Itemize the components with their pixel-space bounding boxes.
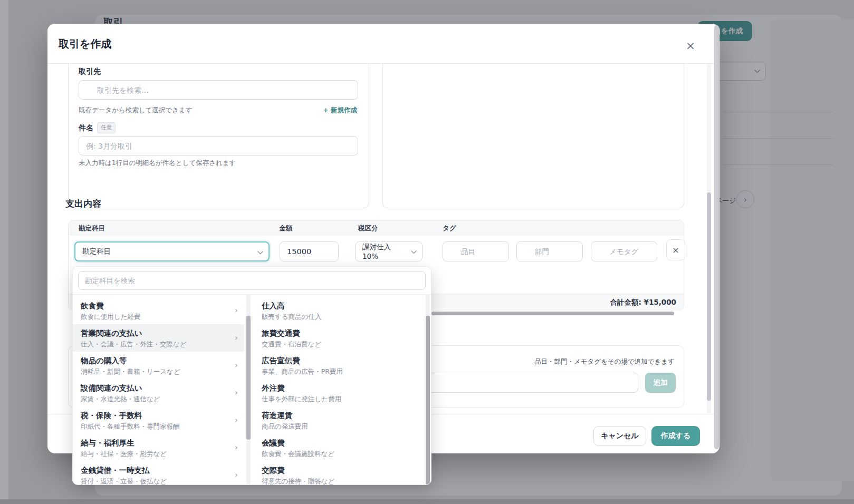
department-tag-input[interactable] <box>516 241 583 261</box>
modal-title: 取引を作成 <box>59 37 111 51</box>
account-title: 広告宣伝費 <box>262 355 409 366</box>
chevron-down-icon <box>411 250 417 254</box>
account-item[interactable]: 旅費交通費 交通費・宿泊費など <box>254 324 423 352</box>
memo-tag-input[interactable] <box>591 241 657 261</box>
account-category-item[interactable]: 物品の購入等 消耗品・新聞・書籍・リースなど › <box>73 352 244 379</box>
account-item[interactable]: 仕入高 販売する商品の仕入 <box>254 297 423 324</box>
quick-add-caption: 品目・部門・メモタグをその場で追加できます <box>534 357 675 366</box>
cancel-button[interactable]: キャンセル <box>593 426 646 446</box>
column-amount: 金額 <box>279 224 292 233</box>
account-list: 仕入高 販売する商品の仕入 旅費交通費 交通費・宿泊費など 広告宣伝費 事業、商… <box>254 295 423 484</box>
optional-badge: 任意 <box>97 122 116 133</box>
account-subtitle: 仕事を外部に発注した費用 <box>262 394 409 404</box>
close-icon[interactable]: × <box>683 37 698 53</box>
category-subtitle: 印紙代・各種手数料・専門家報酬 <box>81 421 231 431</box>
submit-button[interactable]: 作成する <box>651 426 700 446</box>
chevron-right-icon: › <box>235 333 238 343</box>
category-title: 営業関連の支払い <box>81 328 231 339</box>
account-title: 仕入高 <box>262 301 409 312</box>
chevron-right-icon: › <box>235 306 238 315</box>
expense-section-heading: 支出内容 <box>65 198 101 210</box>
category-title: 設備関連の支払い <box>81 383 231 394</box>
delete-row-button[interactable]: × <box>666 239 685 260</box>
subject-input[interactable] <box>79 136 358 156</box>
account-dropdown-panel: 飲食費 飲食に使用した経費 › 営業関連の支払い 仕入・会議・広告・外注・交際な… <box>72 266 431 485</box>
account-category-item[interactable]: 給与・福利厚生 給与・社保・医療・慰労など › <box>73 434 244 461</box>
category-subtitle: 飲食に使用した経費 <box>81 312 231 322</box>
account-item[interactable]: 広告宣伝費 事業、商品の広告・PR費用 <box>254 352 423 379</box>
new-partner-link[interactable]: + 新規作成 <box>323 106 357 115</box>
account-item[interactable]: 会議費 飲食費・会議施設料など <box>254 434 423 461</box>
modal-header: 取引を作成 × <box>47 24 719 64</box>
partner-subject-card: 取引先 既存データから検索して選択できます + 新規作成 件名任意 未入力時は1… <box>68 64 369 208</box>
partner-search-input[interactable] <box>79 80 358 100</box>
account-subtitle: 交通費・宿泊費など <box>262 339 409 349</box>
category-subtitle: 給与・社保・医療・慰労など <box>81 449 231 459</box>
column-tags: タグ <box>443 224 456 233</box>
account-category-item[interactable]: 営業関連の支払い 仕入・会議・広告・外注・交際など › <box>73 324 244 352</box>
quick-add-button[interactable]: 追加 <box>645 373 676 393</box>
chevron-right-icon: › <box>235 470 238 480</box>
account-category-list: 飲食費 飲食に使用した経費 › 営業関連の支払い 仕入・会議・広告・外注・交際な… <box>73 295 244 484</box>
account-subtitle: 事業、商品の広告・PR費用 <box>262 366 409 376</box>
close-icon: × <box>672 245 679 255</box>
account-category-item[interactable]: 飲食費 飲食に使用した経費 › <box>73 297 244 324</box>
total-amount-label: 合計金額: ¥15,000 <box>610 298 676 307</box>
category-title: 税・保険・手数料 <box>81 410 231 421</box>
modal-scrollbar-thumb[interactable] <box>707 192 711 401</box>
tax-select[interactable]: 課対仕入 10% <box>355 241 423 261</box>
category-title: 飲食費 <box>81 301 231 312</box>
screen: 取引 取引を作成 ページ › 取引を作成 × 取引先 既存データから検索して選択… <box>0 0 854 504</box>
account-search-input[interactable] <box>78 271 426 290</box>
amount-input[interactable] <box>280 241 339 261</box>
account-subtitle: 得意先の接待・贈答など <box>262 476 409 484</box>
partner-helper-text: 既存データから検索して選択できます <box>79 106 192 115</box>
chevron-right-icon: › <box>235 415 238 425</box>
item-tag-input[interactable] <box>443 241 509 261</box>
account-select[interactable]: 勘定科目 <box>74 241 270 261</box>
horizontal-scrollbar[interactable] <box>431 312 674 315</box>
account-category-item[interactable]: 設備関連の支払い 家賃・水道光熱・通信など › <box>73 379 244 406</box>
account-title: 荷造運賃 <box>262 410 409 421</box>
account-title: 会議費 <box>262 438 409 449</box>
column-account: 勘定科目 <box>79 224 105 233</box>
subject-helper-text: 未入力時は1行目の明細名が件名として保存されます <box>79 159 236 168</box>
account-title: 旅費交通費 <box>262 328 409 339</box>
category-title: 物品の購入等 <box>81 355 231 366</box>
partner-label: 取引先 <box>79 67 101 76</box>
account-title: 外注費 <box>262 383 409 394</box>
category-subtitle: 仕入・会議・広告・外注・交際など <box>81 339 231 349</box>
account-category-item[interactable]: 税・保険・手数料 印紙代・各種手数料・専門家報酬 › <box>73 406 244 434</box>
category-subtitle: 家賃・水道光熱・通信など <box>81 394 231 404</box>
category-title: 給与・福利厚生 <box>81 438 231 449</box>
account-item[interactable]: 荷造運賃 商品の発送費用 <box>254 406 423 434</box>
chevron-right-icon: › <box>235 443 238 452</box>
column-tax: 税区分 <box>358 224 378 233</box>
page-scrollbar[interactable] <box>714 25 719 449</box>
category-subtitle: 消耗品・新聞・書籍・リースなど <box>81 366 231 376</box>
account-subtitle: 飲食費・会議施設料など <box>262 449 409 459</box>
account-category-item[interactable]: 金銭貸借・一時支払 貸付・返済・立替・仮払など › <box>73 461 244 484</box>
chevron-down-icon <box>257 251 263 255</box>
category-subtitle: 貸付・返済・立替・仮払など <box>81 476 231 484</box>
account-item[interactable]: 外注費 仕事を外部に発注した費用 <box>254 379 423 406</box>
category-title: 金銭貸借・一時支払 <box>81 465 231 476</box>
chevron-right-icon: › <box>235 361 238 370</box>
chevron-right-icon: › <box>235 388 238 398</box>
account-scrollbar-thumb[interactable] <box>426 316 430 485</box>
category-scrollbar-thumb[interactable] <box>246 316 251 440</box>
account-subtitle: 商品の発送費用 <box>262 421 409 431</box>
preview-card <box>382 64 684 208</box>
account-item[interactable]: 交際費 得意先の接待・贈答など <box>254 461 423 484</box>
account-title: 交際費 <box>262 465 409 476</box>
subject-label: 件名任意 <box>79 122 116 133</box>
expense-table-header: 勘定科目 金額 税区分 タグ <box>69 220 684 235</box>
account-subtitle: 販売する商品の仕入 <box>262 312 409 322</box>
